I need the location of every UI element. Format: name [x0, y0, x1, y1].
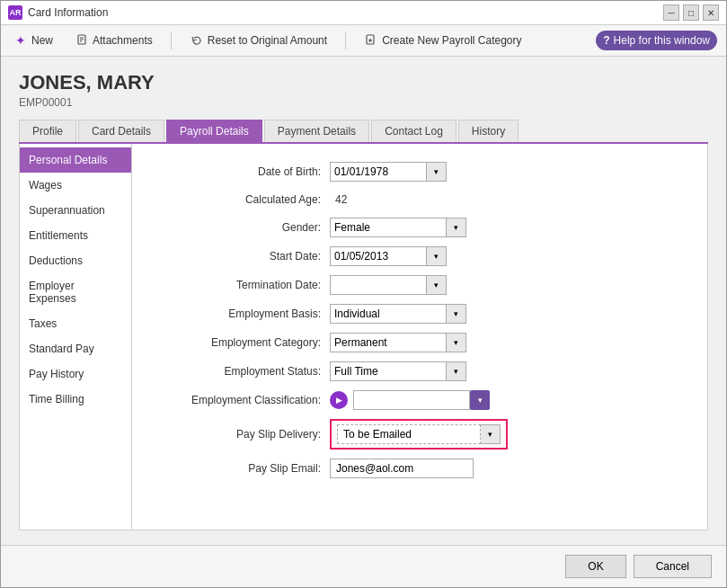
- calculated-age-control: 42: [330, 191, 352, 209]
- calculated-age-value: 42: [330, 191, 352, 209]
- employment-basis-dropdown-btn[interactable]: ▾: [447, 304, 466, 324]
- payslip-email-label: Pay Slip Email:: [159, 462, 330, 475]
- employment-status-row: Employment Status: ▾: [159, 361, 680, 381]
- employment-status-control: ▾: [330, 361, 466, 381]
- attachments-button[interactable]: Attachments: [71, 31, 156, 49]
- start-date-row: Start Date: ▾: [159, 246, 680, 266]
- window-title: Card Information: [28, 6, 663, 19]
- calculated-age-label: Calculated Age:: [159, 193, 330, 206]
- tab-payroll-details[interactable]: Payroll Details: [166, 120, 262, 142]
- new-button[interactable]: ✦ New: [10, 31, 57, 49]
- attachments-icon: [75, 33, 89, 48]
- calculated-age-row: Calculated Age: 42: [159, 191, 680, 209]
- app-icon: AR: [8, 5, 22, 20]
- employment-status-dropdown-btn[interactable]: ▾: [447, 361, 466, 381]
- tab-history[interactable]: History: [458, 120, 519, 142]
- maximize-button[interactable]: □: [683, 4, 699, 21]
- tab-profile[interactable]: Profile: [19, 120, 76, 142]
- sidebar-item-standard-pay[interactable]: Standard Pay: [20, 336, 131, 361]
- footer: OK Cancel: [1, 545, 726, 587]
- employment-basis-row: Employment Basis: ▾: [159, 304, 680, 324]
- date-of-birth-input[interactable]: [330, 162, 427, 182]
- payslip-delivery-label: Pay Slip Delivery:: [159, 428, 330, 441]
- date-of-birth-control: ▾: [330, 162, 447, 182]
- sidebar-item-superannuation[interactable]: Superannuation: [20, 198, 131, 223]
- employment-status-input[interactable]: [330, 361, 447, 381]
- payslip-email-control: [330, 459, 474, 478]
- tab-payment-details[interactable]: Payment Details: [264, 120, 369, 142]
- employment-classification-control: ▶ ▾: [330, 390, 490, 410]
- employment-category-row: Employment Category: ▾: [159, 333, 680, 352]
- toolbar-separator-1: [171, 31, 172, 49]
- content-area: JONES, MARY EMP00001 Profile Card Detail…: [1, 57, 726, 545]
- new-icon: ✦: [13, 33, 28, 48]
- gender-row: Gender: ▾: [159, 218, 680, 237]
- employment-basis-label: Employment Basis:: [159, 307, 330, 320]
- sidebar-item-deductions[interactable]: Deductions: [20, 248, 131, 273]
- payslip-delivery-row: Pay Slip Delivery: ▾: [159, 419, 680, 450]
- employment-basis-input[interactable]: [330, 304, 447, 324]
- date-of-birth-row: Date of Birth: ▾: [159, 162, 680, 182]
- sidebar-item-pay-history[interactable]: Pay History: [20, 361, 131, 387]
- employment-classification-dropdown-btn[interactable]: ▾: [470, 390, 490, 410]
- employee-id: EMP00001: [19, 96, 708, 109]
- termination-date-control: ▾: [330, 275, 447, 295]
- employment-category-control: ▾: [330, 333, 466, 352]
- payslip-email-row: Pay Slip Email:: [159, 459, 680, 478]
- sidebar: Personal Details Wages Superannuation En…: [20, 144, 132, 530]
- outer-tabs: Profile Card Details Payroll Details Pay…: [19, 120, 708, 144]
- create-payroll-icon: [364, 33, 378, 48]
- payslip-delivery-highlight: ▾: [330, 419, 508, 450]
- termination-date-row: Termination Date: ▾: [159, 275, 680, 295]
- sidebar-item-wages[interactable]: Wages: [20, 173, 131, 198]
- sidebar-item-time-billing[interactable]: Time Billing: [20, 387, 131, 412]
- start-date-control: ▾: [330, 246, 447, 266]
- sidebar-item-employer-expenses[interactable]: Employer Expenses: [20, 273, 131, 311]
- start-date-label: Start Date:: [159, 250, 330, 263]
- sidebar-item-entitlements[interactable]: Entitlements: [20, 223, 131, 248]
- sidebar-item-personal-details[interactable]: Personal Details: [20, 147, 131, 173]
- termination-date-dropdown-btn[interactable]: ▾: [427, 275, 447, 295]
- payslip-delivery-input[interactable]: [337, 424, 481, 444]
- employment-category-input[interactable]: [330, 333, 447, 352]
- title-bar: AR Card Information ─ □ ✕: [1, 1, 726, 25]
- minimize-button[interactable]: ─: [663, 4, 679, 21]
- payslip-delivery-dropdown-btn[interactable]: ▾: [481, 424, 501, 444]
- start-date-input[interactable]: [330, 246, 427, 266]
- date-of-birth-label: Date of Birth:: [159, 165, 330, 178]
- toolbar-separator-2: [345, 31, 346, 49]
- tab-contact-log[interactable]: Contact Log: [371, 120, 457, 142]
- termination-date-label: Termination Date:: [159, 279, 330, 291]
- main-window: AR Card Information ─ □ ✕ ✦ New Attachme…: [0, 0, 727, 588]
- ok-button[interactable]: OK: [565, 555, 625, 578]
- help-button[interactable]: ? Help for this window: [596, 31, 717, 50]
- employment-classification-input[interactable]: [353, 390, 470, 410]
- toolbar: ✦ New Attachments Reset to Original Amou…: [1, 25, 726, 57]
- sidebar-item-taxes[interactable]: Taxes: [20, 311, 131, 336]
- employment-basis-control: ▾: [330, 304, 466, 324]
- close-button[interactable]: ✕: [703, 4, 719, 21]
- employment-category-dropdown-btn[interactable]: ▾: [447, 333, 466, 352]
- reset-button[interactable]: Reset to Original Amount: [186, 31, 331, 49]
- reset-icon: [190, 33, 204, 48]
- gender-dropdown-btn[interactable]: ▾: [447, 218, 466, 237]
- gender-control: ▾: [330, 218, 466, 237]
- employment-category-label: Employment Category:: [159, 336, 330, 349]
- create-payroll-button[interactable]: Create New Payroll Category: [360, 31, 525, 49]
- start-date-dropdown-btn[interactable]: ▾: [427, 246, 447, 266]
- gender-label: Gender:: [159, 221, 330, 234]
- date-of-birth-dropdown-btn[interactable]: ▾: [427, 162, 447, 182]
- window-controls: ─ □ ✕: [663, 4, 719, 21]
- form-area: Date of Birth: ▾ Calculated Age: 42: [132, 144, 707, 530]
- payslip-email-input[interactable]: [330, 459, 474, 478]
- main-panel: Personal Details Wages Superannuation En…: [19, 144, 708, 530]
- employment-classification-info-icon[interactable]: ▶: [330, 391, 348, 409]
- employment-classification-row: Employment Classification: ▶ ▾: [159, 390, 680, 410]
- help-icon: ?: [603, 34, 609, 47]
- cancel-button[interactable]: Cancel: [634, 555, 712, 578]
- termination-date-input[interactable]: [330, 275, 427, 295]
- gender-input[interactable]: [330, 218, 447, 237]
- tab-card-details[interactable]: Card Details: [78, 120, 164, 142]
- employment-status-label: Employment Status:: [159, 365, 330, 378]
- employment-classification-label: Employment Classification:: [159, 394, 330, 406]
